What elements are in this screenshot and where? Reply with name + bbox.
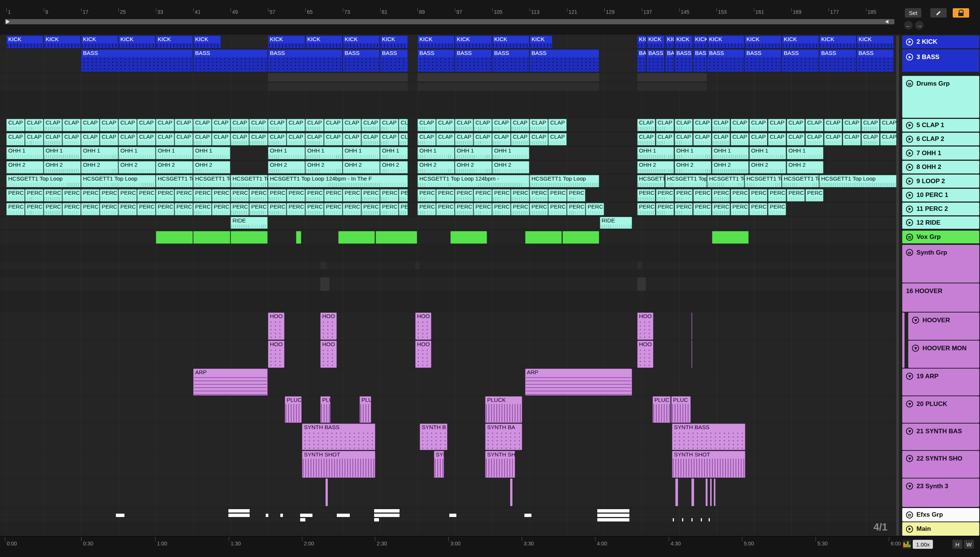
clip-synth3[interactable] — [675, 479, 678, 506]
clip-efx-1[interactable] — [228, 509, 250, 513]
clip-clap2[interactable]: CLAP — [44, 133, 62, 145]
group-icon[interactable] — [906, 80, 913, 87]
clip-synth-shot[interactable]: SYNT — [434, 451, 444, 478]
clip-perc2[interactable]: PERC 2 — [637, 203, 656, 215]
clip-vox[interactable] — [562, 231, 600, 244]
back-button[interactable]: ← — [904, 21, 913, 29]
clip-ohh1[interactable]: OHH 1 — [119, 147, 156, 159]
clip-clap2[interactable]: CLAP — [674, 133, 693, 145]
clip-perc1[interactable]: PERC 1 — [343, 189, 361, 202]
play-icon[interactable] — [906, 136, 913, 143]
clip-efx-3[interactable] — [691, 518, 693, 521]
clip-perc1[interactable]: PERC 1 — [455, 189, 473, 202]
clip-perc2[interactable]: PERC 2 — [768, 203, 787, 215]
clip-ohh2[interactable]: OHH 2 — [268, 161, 305, 173]
clip-efx-3[interactable] — [300, 518, 306, 521]
clip-pluck[interactable]: PLU — [320, 396, 330, 423]
clip-efx-2[interactable] — [266, 514, 268, 517]
clip-kick[interactable]: KICK — [119, 36, 156, 48]
clip-clap1[interactable]: CLAP — [693, 119, 712, 131]
clip-vox[interactable] — [193, 231, 230, 244]
clip-arp[interactable]: ARP — [525, 369, 632, 396]
clip-perc1[interactable]: PERC 1 — [530, 189, 548, 202]
clip-ohh2[interactable]: OHH 2 — [749, 161, 787, 173]
clip-clap2[interactable]: CLAP — [81, 133, 99, 145]
clip-hoover[interactable]: HOO — [415, 313, 432, 340]
clip-perc2[interactable]: PERC 2 — [231, 203, 249, 215]
play-icon[interactable] — [906, 54, 913, 60]
clip-kick[interactable]: KICK — [693, 36, 707, 48]
clip-synth3[interactable] — [714, 479, 716, 506]
clip-perc2[interactable]: PERC 2 — [174, 203, 193, 215]
clip-perc1[interactable]: PERC 1 — [137, 189, 156, 202]
clip-clap2[interactable]: CLAP — [787, 133, 805, 145]
clip-perc2[interactable]: PERC 2 — [674, 203, 693, 215]
clip-loop[interactable]: HCSGETT1 Top Loop — [193, 175, 230, 187]
clip-clap2[interactable]: CLAP — [806, 133, 824, 145]
clip-pluck[interactable]: PLUC — [285, 396, 302, 423]
clip-vox[interactable] — [525, 231, 562, 244]
clip-clap1[interactable]: CLAP — [530, 119, 548, 131]
clip-perc2[interactable]: PERC 2 — [287, 203, 305, 215]
clip-bass[interactable]: BASS — [380, 49, 408, 72]
clip-clap2[interactable]: CLAP — [455, 133, 473, 145]
play-marker-icon[interactable] — [6, 20, 10, 24]
time-ruler[interactable] — [0, 536, 980, 557]
clip-clap1[interactable]: CLAP — [455, 119, 473, 131]
chevron-down-icon[interactable] — [912, 345, 919, 352]
clip-ohh1[interactable]: OHH 1 — [193, 147, 230, 159]
vertical-scrollbar[interactable] — [896, 36, 899, 536]
clip-bass[interactable]: BASS — [782, 49, 819, 72]
clip-bass[interactable]: BASS — [637, 49, 646, 72]
track-header-12-ride[interactable]: 12 RIDE — [902, 217, 979, 229]
clip-clap2[interactable]: CLAP — [418, 133, 436, 145]
clip-ohh1[interactable]: OHH 1 — [156, 147, 193, 159]
clip-perc2[interactable]: PERC 2 — [137, 203, 156, 215]
clip-perc2[interactable]: PERC 2 — [656, 203, 674, 215]
clip-kick[interactable]: KICK — [744, 36, 782, 48]
clip-loop[interactable]: HCSGETT1 Top Loop — [707, 175, 744, 187]
clip-clap2[interactable]: CLAP — [530, 133, 548, 145]
clip-hoover[interactable]: HOO — [637, 313, 654, 340]
clip-bass[interactable]: BASS — [744, 49, 782, 72]
clip-clap1[interactable]: CLAP — [806, 119, 824, 131]
clip-perc2[interactable]: PERC 2 — [492, 203, 510, 215]
track-header-21-synth-bas[interactable]: 21 SYNTH BAS — [902, 423, 979, 450]
clip-loop[interactable]: HCSGETT1 Top Loop — [530, 175, 599, 187]
clip-perc2[interactable]: PERC 2 — [361, 203, 380, 215]
clip-clap1[interactable]: CLAP — [7, 119, 25, 131]
clip-perc2[interactable]: PERC 2 — [193, 203, 211, 215]
set-button[interactable]: Set — [905, 8, 921, 18]
chevron-down-icon[interactable] — [906, 373, 913, 380]
clip-ride[interactable]: RIDE — [231, 217, 268, 229]
clip-ohh2[interactable]: OHH 2 — [306, 161, 342, 173]
play-icon[interactable] — [906, 192, 913, 199]
clip-vox[interactable] — [450, 231, 488, 244]
clip-perc2[interactable]: PERC 2 — [343, 203, 361, 215]
clip-synth3[interactable] — [691, 479, 694, 506]
chevron-down-icon[interactable] — [906, 483, 913, 490]
clip-clap1[interactable]: CLAP — [861, 119, 880, 131]
clip-synth-shot[interactable]: SYNTH SHOT — [302, 451, 375, 478]
clip-efx-3[interactable] — [597, 518, 629, 521]
clip-bass[interactable]: BASS — [707, 49, 744, 72]
play-icon[interactable] — [906, 122, 913, 129]
clip-clap1[interactable]: CLAP — [492, 119, 510, 131]
clip-kick[interactable]: KICK — [637, 36, 646, 48]
clip-perc2[interactable]: PERC 2 — [44, 203, 62, 215]
clip-perc2[interactable]: PERC 2 — [119, 203, 137, 215]
clip-ohh1[interactable]: OHH 1 — [268, 147, 305, 159]
clip-ohh2[interactable]: OHH 2 — [380, 161, 408, 173]
clip-perc1[interactable]: PERC 1 — [693, 189, 712, 202]
clip-clap2[interactable]: CLAP — [473, 133, 492, 145]
clip-ohh2[interactable]: OHH 2 — [44, 161, 81, 173]
clip-loop[interactable]: HCSGETT1 Top Loop — [665, 175, 707, 187]
track-header-drums-grp[interactable]: Drums Grp — [902, 76, 979, 118]
clip-perc2[interactable]: PERC 2 — [548, 203, 567, 215]
clip-perc1[interactable]: PERC 1 — [511, 189, 529, 202]
clip-perc2[interactable]: PERC 2 — [455, 203, 473, 215]
clip-bass[interactable]: BASS — [81, 49, 193, 72]
clip-bass[interactable]: BASS — [693, 49, 707, 72]
clip-arp[interactable]: ARP — [193, 369, 268, 396]
clip-ohh1[interactable]: OHH 1 — [7, 147, 43, 159]
